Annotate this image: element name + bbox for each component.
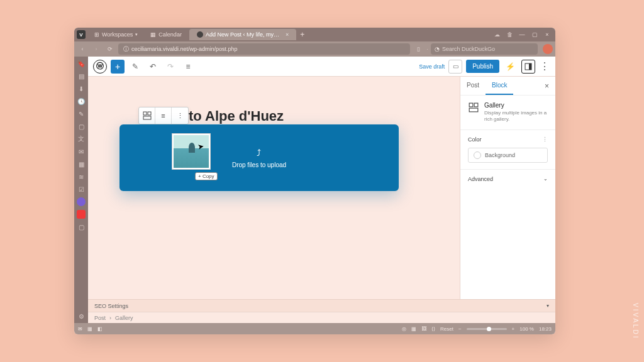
add-block-button[interactable]: +	[111, 60, 125, 74]
back-button[interactable]: ‹	[77, 43, 88, 55]
block-name: Gallery	[484, 102, 548, 109]
browser-window: V ⊞ Workspaces ▾ ▦ Calendar Add New Post…	[74, 28, 555, 334]
mastodon-icon[interactable]	[77, 197, 86, 206]
window-icon[interactable]: ▢	[77, 122, 86, 131]
tab-block[interactable]: Block	[486, 77, 513, 95]
profile-avatar[interactable]	[543, 44, 553, 54]
calendar-icon: ▦	[150, 31, 156, 38]
list-view-icon[interactable]: ≡	[181, 60, 195, 74]
tab-post[interactable]: Post	[460, 77, 486, 95]
tab-label: Calendar	[158, 31, 182, 38]
chevron-down-icon: ▾	[135, 32, 138, 37]
new-tab-button[interactable]: +	[296, 30, 308, 39]
panel-toggle-icon[interactable]: ◧	[97, 326, 103, 332]
more-options-button[interactable]: ⋮	[539, 60, 550, 74]
clock[interactable]: 18:23	[539, 326, 552, 332]
side-panel: 🔖 ▤ ⬇ 🕓 ✎ ▢ 文 ✉ ▦ ≋ ☑ ▢ ⚙	[74, 57, 88, 323]
wordpress-editor: ⓦ + ✎ ↶ ↷ ≡ Save draft ▭ Publish ⚡ ⋮	[88, 57, 555, 323]
tiling-icon[interactable]: ▦	[411, 326, 416, 332]
jetpack-icon[interactable]: ⚡	[503, 62, 518, 71]
gallery-block-icon[interactable]	[139, 107, 155, 124]
tab-label: Add New Post ‹ My life, my…	[206, 31, 279, 38]
svg-rect-5	[469, 103, 473, 107]
color-panel: Color ⋮ Background	[460, 130, 555, 170]
dropzone-text: Drop files to upload	[232, 162, 286, 168]
breadcrumb-gallery[interactable]: Gallery	[115, 315, 133, 321]
wordpress-logo-icon[interactable]: ⓦ	[93, 60, 107, 74]
vivaldi-logo-icon[interactable]: V	[77, 30, 86, 39]
zoom-reset-button[interactable]: Reset	[440, 326, 453, 332]
page-actions-icon[interactable]: ⟨⟩	[431, 326, 435, 332]
tab-wordpress[interactable]: Add New Post ‹ My life, my… ×	[189, 29, 296, 40]
mail-icon[interactable]: ✉	[77, 147, 86, 156]
seo-settings-bar[interactable]: SEO Settings ▾	[88, 299, 555, 312]
feeds-icon[interactable]: ≋	[77, 172, 86, 181]
align-button[interactable]: ≡	[155, 107, 172, 124]
preview-button[interactable]: ▭	[448, 60, 462, 74]
upload-icon: ⤴	[232, 148, 286, 158]
block-info-section: Gallery Display multiple images in a ric…	[460, 96, 555, 130]
url-text: ceciliamaria.vivaldi.net/wp-admin/post.p…	[131, 46, 238, 52]
workspaces-label: Workspaces	[102, 31, 133, 38]
redo-button[interactable]: ↷	[164, 60, 177, 74]
zoom-slider[interactable]	[467, 328, 507, 330]
history-icon[interactable]: 🕓	[77, 97, 86, 106]
vivaldi-watermark: VIVALDI	[632, 303, 639, 340]
capture-icon[interactable]: ◎	[402, 326, 406, 332]
images-toggle-icon[interactable]: 🖼	[421, 326, 426, 332]
settings-icon[interactable]: ⚙	[77, 312, 86, 321]
svg-rect-1	[529, 63, 531, 70]
post-title[interactable]: to Alpe d'Huez	[189, 108, 284, 124]
upload-dropzone[interactable]: ⤴ Drop files to upload	[119, 124, 399, 191]
block-toolbar: ≡ ⋮	[138, 107, 189, 124]
close-icon[interactable]: ×	[286, 31, 289, 38]
forward-button[interactable]: ›	[91, 43, 102, 55]
tab-calendar[interactable]: ▦ Calendar	[143, 29, 189, 40]
reload-button[interactable]: ⟳	[104, 43, 116, 55]
color-more-button[interactable]: ⋮	[542, 136, 548, 143]
tasks-icon[interactable]: ☑	[77, 185, 86, 194]
sidebar-toggle-button[interactable]	[521, 60, 535, 74]
editor-canvas[interactable]: ≡ ⋮ to Alpe d'Huez ⤴ Drop files to uploa…	[88, 77, 460, 299]
save-draft-button[interactable]: Save draft	[419, 63, 445, 70]
bookmarks-icon[interactable]: 🔖	[77, 59, 86, 68]
reading-list-icon[interactable]: ▤	[77, 72, 86, 80]
editor-toolbar: ⓦ + ✎ ↶ ↷ ≡ Save draft ▭ Publish ⚡ ⋮	[88, 57, 555, 77]
search-engine-icon: ◔	[435, 46, 440, 52]
vivaldi-icon[interactable]	[77, 210, 86, 219]
color-panel-title: Color	[468, 136, 482, 143]
reader-icon[interactable]: ▯	[413, 43, 424, 55]
workspace-icon: ⊞	[94, 31, 99, 38]
zoom-in-button[interactable]: +	[512, 326, 515, 332]
breadcrumb-separator: ›	[109, 315, 111, 321]
block-description: Display multiple images in a rich galler…	[484, 110, 548, 123]
mail-status-icon[interactable]: ✉	[78, 326, 82, 332]
search-field[interactable]: ◔ Search DuckDuckGo	[431, 43, 538, 55]
breadcrumb-post[interactable]: Post	[94, 315, 106, 321]
undo-button[interactable]: ↶	[146, 60, 160, 74]
publish-button[interactable]: Publish	[466, 60, 499, 73]
translate-icon[interactable]: 文	[77, 134, 86, 143]
sync-icon[interactable]: ☁	[491, 30, 502, 40]
minimize-button[interactable]: —	[516, 30, 528, 40]
url-field[interactable]: ⓘ ceciliamaria.vivaldi.net/wp-admin/post…	[118, 43, 410, 55]
calendar-panel-icon[interactable]: ▦	[77, 160, 86, 168]
browser-statusbar: ✉ ▦ ◧ ◎ ▦ 🖼 ⟨⟩ Reset − + 100 % 18:23	[74, 323, 555, 334]
close-sidebar-button[interactable]: ×	[538, 77, 555, 95]
calendar-status-icon[interactable]: ▦	[87, 326, 92, 332]
notes-icon[interactable]: ✎	[77, 109, 86, 118]
advanced-label: Advanced	[468, 176, 493, 182]
gallery-icon	[468, 102, 479, 113]
zoom-out-button[interactable]: −	[458, 326, 462, 332]
advanced-panel[interactable]: Advanced ⌄	[460, 170, 555, 189]
block-more-button[interactable]: ⋮	[172, 107, 188, 124]
background-color-button[interactable]: Background	[468, 148, 548, 163]
edit-tool-icon[interactable]: ✎	[128, 60, 142, 74]
downloads-icon[interactable]: ⬇	[77, 84, 86, 93]
add-panel-icon[interactable]: ▢	[77, 222, 86, 231]
maximize-button[interactable]: ▢	[529, 30, 540, 40]
trash-icon[interactable]: 🗑	[504, 30, 515, 40]
workspaces-button[interactable]: ⊞ Workspaces ▾	[89, 29, 143, 40]
dragged-image-thumbnail[interactable]	[172, 133, 211, 170]
close-window-button[interactable]: ×	[541, 30, 553, 40]
